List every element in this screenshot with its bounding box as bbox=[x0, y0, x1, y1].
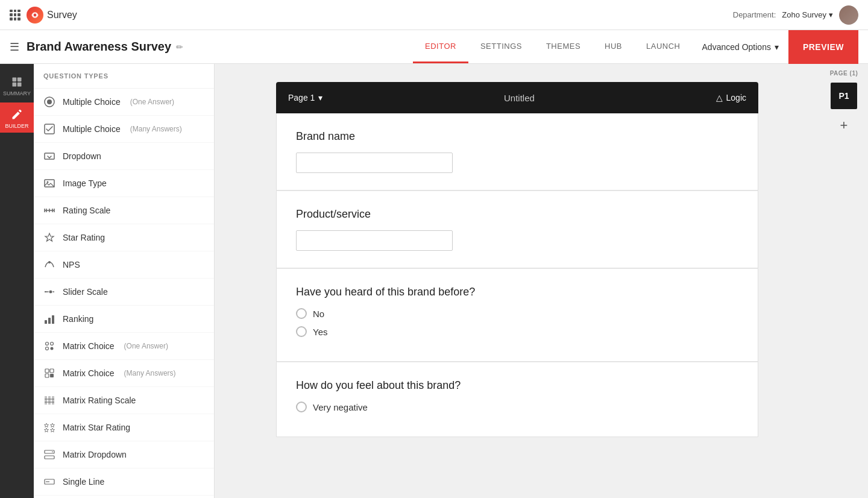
user-avatar[interactable] bbox=[839, 5, 858, 25]
svg-point-25 bbox=[51, 342, 54, 345]
radio-option-yes[interactable]: Yes bbox=[296, 326, 738, 337]
dropdown-icon bbox=[43, 150, 55, 162]
qtype-sub-mc-one: (One Answer) bbox=[130, 98, 174, 106]
qtype-ranking[interactable]: Ranking bbox=[34, 306, 214, 333]
hamburger-menu[interactable]: ☰ bbox=[10, 40, 19, 54]
ranking-icon bbox=[43, 313, 55, 325]
tab-settings[interactable]: SETTINGS bbox=[468, 30, 534, 63]
page-label: Page 1 bbox=[288, 93, 315, 102]
qtype-matrix-many[interactable]: Matrix Choice (Many Answers) bbox=[34, 360, 214, 387]
qtype-nps[interactable]: NPS bbox=[34, 251, 214, 279]
tab-launch[interactable]: LAUNCH bbox=[634, 30, 692, 63]
radio-circle-yes bbox=[296, 326, 307, 337]
qtype-mc-one[interactable]: Multiple Choice (One Answer) bbox=[34, 89, 214, 116]
main-content: Page 1 ▾ Untitled △ Logic Brand name Pro… bbox=[215, 64, 820, 498]
qtype-label-single-line: Single Line bbox=[63, 477, 104, 487]
nav-tabs: EDITOR SETTINGS THEMES HUB LAUNCH bbox=[413, 30, 693, 63]
qtype-multiple-lines[interactable]: Multiple Lines bbox=[34, 496, 214, 498]
image-type-icon bbox=[43, 177, 55, 189]
svg-point-23 bbox=[46, 342, 49, 345]
qtype-mc-many[interactable]: Multiple Choice (Many Answers) bbox=[34, 116, 214, 143]
edit-title-icon[interactable]: ✏ bbox=[176, 42, 183, 52]
sidebar-item-summary[interactable]: SUMMARY bbox=[0, 70, 34, 100]
sidebar-label-summary: SUMMARY bbox=[3, 90, 31, 96]
qtype-sub-matrix-many: (Many Answers) bbox=[124, 369, 176, 377]
main-layout: SUMMARY BUILDER QUESTION TYPES Multiple … bbox=[0, 64, 868, 498]
qtype-label-slider-scale: Slider Scale bbox=[63, 287, 108, 297]
svg-rect-31 bbox=[45, 396, 47, 405]
question-text-product-service: Product/service bbox=[296, 208, 738, 221]
page-badge[interactable]: P1 bbox=[831, 83, 857, 109]
rating-scale-icon bbox=[43, 204, 55, 216]
question-text-heard: Have you heard of this brand before? bbox=[296, 286, 738, 298]
tab-themes[interactable]: THEMES bbox=[534, 30, 593, 63]
qtype-rating-scale[interactable]: Rating Scale bbox=[34, 197, 214, 224]
qtype-label-matrix-many: Matrix Choice bbox=[63, 368, 115, 378]
nps-icon bbox=[43, 259, 55, 271]
page-indicator-label: PAGE (1) bbox=[830, 70, 858, 77]
svg-rect-22 bbox=[52, 315, 54, 324]
qtype-matrix-rating[interactable]: Matrix Rating Scale bbox=[34, 387, 214, 414]
svg-rect-3 bbox=[17, 83, 22, 87]
answer-input-product-service[interactable] bbox=[296, 230, 453, 251]
qtype-image-type[interactable]: Image Type bbox=[34, 170, 214, 197]
page-dropdown[interactable]: Page 1 ▾ bbox=[288, 93, 322, 102]
add-page-button[interactable]: + bbox=[840, 118, 848, 133]
qtype-single-line[interactable]: Single Line bbox=[34, 468, 214, 496]
matrix-one-icon bbox=[43, 340, 55, 352]
qtype-label-dropdown: Dropdown bbox=[63, 151, 101, 161]
svg-point-18 bbox=[49, 290, 52, 294]
qtype-label-matrix-rating: Matrix Rating Scale bbox=[63, 396, 136, 405]
qtype-matrix-one[interactable]: Matrix Choice (One Answer) bbox=[34, 333, 214, 360]
qtype-star-rating[interactable]: Star Rating bbox=[34, 224, 214, 251]
svg-rect-32 bbox=[48, 396, 51, 405]
svg-rect-1 bbox=[17, 78, 22, 82]
department-info: Department: Zoho Survey ▾ bbox=[733, 5, 858, 25]
qtype-slider-scale[interactable]: Slider Scale bbox=[34, 279, 214, 306]
radio-label-yes: Yes bbox=[313, 327, 327, 337]
question-types-panel: QUESTION TYPES Multiple Choice (One Answ… bbox=[34, 64, 215, 498]
question-text-feel: How do you feel about this brand? bbox=[296, 379, 738, 392]
svg-rect-33 bbox=[52, 396, 54, 405]
icon-sidebar: SUMMARY BUILDER bbox=[0, 64, 34, 498]
qtype-label-ranking: Ranking bbox=[63, 314, 93, 324]
svg-point-16 bbox=[48, 261, 51, 263]
matrix-dropdown-icon bbox=[43, 449, 55, 461]
tab-hub[interactable]: HUB bbox=[593, 30, 634, 63]
department-label: Department: bbox=[733, 10, 776, 19]
qtype-matrix-star[interactable]: Matrix Star Rating bbox=[34, 414, 214, 441]
radio-option-no[interactable]: No bbox=[296, 308, 738, 319]
mc-many-icon bbox=[43, 123, 55, 135]
qtype-dropdown[interactable]: Dropdown bbox=[34, 143, 214, 170]
sidebar-item-builder[interactable]: BUILDER bbox=[0, 102, 34, 133]
radio-circle-very-negative bbox=[296, 402, 307, 412]
advanced-options-button[interactable]: Advanced Options ▾ bbox=[693, 42, 788, 52]
survey-title: Brand Awareness Survey bbox=[27, 40, 171, 54]
qtype-label-image-type: Image Type bbox=[63, 178, 107, 188]
matrix-many-icon bbox=[43, 367, 55, 379]
question-text-brand-name: Brand name bbox=[296, 130, 738, 143]
grid-menu-icon[interactable] bbox=[10, 10, 20, 20]
logic-button[interactable]: △ Logic bbox=[716, 93, 746, 102]
svg-point-26 bbox=[51, 347, 54, 350]
qtype-sub-mc-many: (Many Answers) bbox=[130, 125, 182, 133]
page-container: Page 1 ▾ Untitled △ Logic Brand name Pro… bbox=[276, 82, 758, 437]
qtype-label-matrix-dropdown: Matrix Dropdown bbox=[63, 450, 127, 459]
svg-rect-37 bbox=[45, 456, 54, 459]
qtype-label-mc-one: Multiple Choice bbox=[63, 97, 121, 107]
single-line-icon bbox=[43, 476, 55, 488]
answer-input-brand-name[interactable] bbox=[296, 153, 453, 173]
svg-rect-29 bbox=[45, 374, 49, 377]
qtype-label-mc-many: Multiple Choice bbox=[63, 124, 121, 134]
department-dropdown[interactable]: Zoho Survey ▾ bbox=[782, 10, 833, 19]
radio-option-very-negative[interactable]: Very negative bbox=[296, 402, 738, 412]
svg-rect-28 bbox=[50, 369, 54, 373]
tab-editor[interactable]: EDITOR bbox=[413, 30, 468, 63]
logic-icon: △ bbox=[716, 93, 723, 102]
qtype-matrix-dropdown[interactable]: Matrix Dropdown bbox=[34, 441, 214, 468]
secondary-navigation: ☰ Brand Awareness Survey ✏ EDITOR SETTIN… bbox=[0, 30, 868, 64]
radio-label-very-negative: Very negative bbox=[313, 402, 368, 412]
svg-rect-2 bbox=[13, 83, 17, 87]
zoho-logo bbox=[27, 7, 43, 24]
preview-button[interactable]: PREVIEW bbox=[788, 30, 858, 64]
